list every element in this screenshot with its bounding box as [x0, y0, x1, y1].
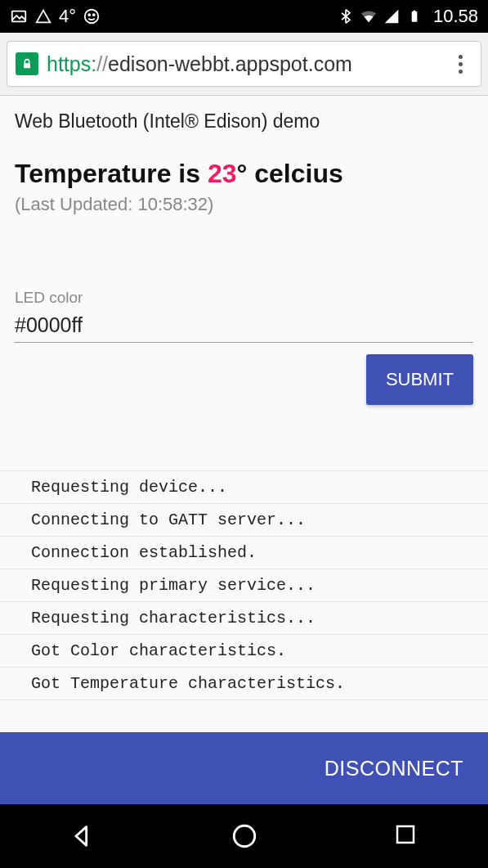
disconnect-button[interactable]: DISCONNECT: [325, 757, 463, 780]
log-item: Requesting characteristics...: [0, 602, 488, 635]
demo-title: Web Bluetooth (Intel® Edison) demo: [15, 110, 473, 133]
android-nav-bar: [0, 804, 488, 868]
url-separator: //: [96, 52, 108, 75]
svg-rect-8: [397, 826, 414, 843]
svg-point-3: [93, 14, 95, 16]
log-item: Requesting primary service...: [0, 569, 488, 602]
wifi-icon: [360, 7, 378, 25]
image-icon: [10, 7, 28, 25]
last-updated: (Last Updated: 10:58:32): [15, 194, 473, 215]
led-color-label: LED color: [15, 289, 473, 307]
temperature-suffix: ° celcius: [237, 159, 343, 188]
url-host: edison-webbt.appspot.com: [108, 52, 352, 75]
url-scheme: https:: [47, 52, 96, 75]
log-item: Connecting to GATT server...: [0, 504, 488, 537]
menu-icon[interactable]: [448, 55, 472, 74]
android-status-bar: 4° 10.58: [0, 0, 488, 33]
led-color-input[interactable]: [15, 310, 473, 343]
battery-icon: [405, 7, 423, 25]
temperature-prefix: Temperature is: [15, 159, 208, 188]
back-icon[interactable]: [68, 822, 96, 850]
status-temperature: 4°: [59, 6, 76, 27]
log-item: Got Color characteristics.: [0, 635, 488, 668]
browser-toolbar: https://edison-webbt.appspot.com: [0, 33, 488, 96]
lock-icon: [16, 52, 38, 75]
cellular-icon: [383, 7, 401, 25]
url-bar[interactable]: https://edison-webbt.appspot.com: [7, 41, 481, 87]
recent-apps-icon[interactable]: [393, 822, 421, 850]
log-item: Requesting device...: [0, 471, 488, 504]
home-icon[interactable]: [231, 822, 258, 850]
norway-icon: [34, 7, 52, 25]
bottom-action-bar: DISCONNECT: [0, 732, 488, 804]
svg-point-7: [234, 825, 255, 847]
url-text: https://edison-webbt.appspot.com: [47, 52, 448, 76]
temperature-heading: Temperature is 23° celcius: [15, 159, 473, 189]
svg-point-2: [88, 14, 90, 16]
face-icon: [83, 7, 101, 25]
temperature-value: 23: [208, 159, 237, 188]
log-list: Requesting device... Connecting to GATT …: [0, 470, 488, 700]
svg-rect-4: [412, 11, 418, 22]
svg-rect-0: [12, 11, 26, 22]
log-item: Connection established.: [0, 537, 488, 569]
svg-rect-6: [24, 63, 30, 68]
status-clock: 10.58: [433, 6, 478, 27]
page-content: Web Bluetooth (Intel® Edison) demo Tempe…: [0, 96, 488, 732]
bluetooth-icon: [337, 7, 355, 25]
svg-point-1: [85, 10, 99, 24]
log-item: Got Temperature characteristics.: [0, 668, 488, 700]
submit-button[interactable]: SUBMIT: [366, 354, 473, 405]
svg-rect-5: [414, 11, 416, 12]
